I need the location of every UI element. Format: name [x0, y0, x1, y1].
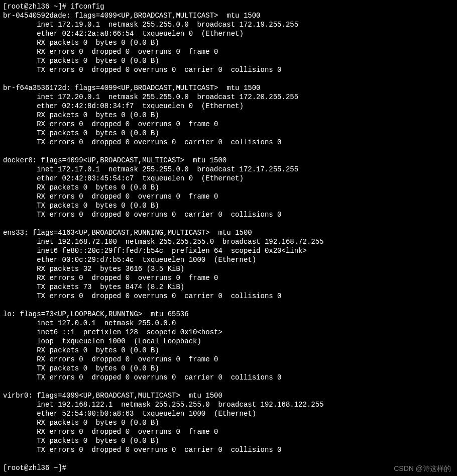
terminal-output[interactable]: [root@zhl36 ~]# ifconfig br-04540592dade…: [0, 0, 457, 474]
watermark-text: CSDN @诗这样的: [394, 464, 451, 473]
